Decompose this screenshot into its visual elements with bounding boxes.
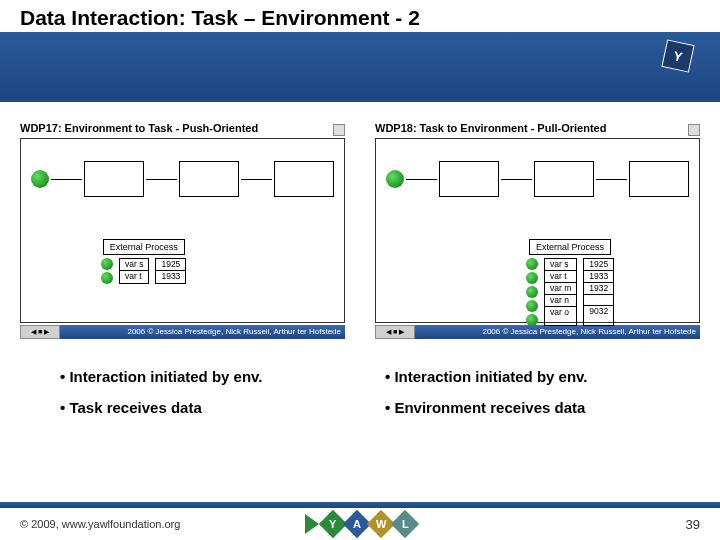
diagram-wdp17: External Process var s var t 1925 1933 — [20, 138, 345, 323]
var-value: 1932 — [584, 282, 613, 294]
external-process-label: External Process — [103, 239, 185, 255]
credit-text: 2006 © Jessica Prestedge, Nick Russell, … — [60, 325, 345, 339]
var-dot-icon — [526, 314, 538, 326]
var-value: 1925 — [584, 259, 613, 270]
external-process-label: External Process — [529, 239, 611, 255]
diagram-area: WDP17: Environment to Task - Push-Orient… — [0, 102, 720, 340]
page-number: 39 — [686, 517, 700, 532]
var-name: var s — [120, 259, 148, 270]
var-value — [584, 294, 613, 305]
var-name: var m — [545, 282, 576, 294]
start-node-icon — [386, 170, 404, 188]
var-name: var s — [545, 259, 576, 270]
var-dot-icon — [526, 258, 538, 270]
corner-decor — [688, 124, 700, 136]
var-value: 1933 — [584, 270, 613, 282]
var-value: 1925 — [156, 259, 185, 270]
left-panel: WDP17: Environment to Task - Push-Orient… — [20, 122, 345, 340]
start-node-icon — [31, 170, 49, 188]
panel-heading: WDP17: Environment to Task - Push-Orient… — [20, 122, 258, 134]
var-value: 9032 — [584, 305, 613, 317]
task-box — [84, 161, 144, 197]
corner-logo: Y — [664, 42, 700, 78]
playback-controls[interactable]: ◀ ■ ▶ — [20, 325, 60, 339]
yawl-logo: Y A W L — [305, 514, 415, 534]
panel-heading: WDP18: Task to Environment - Pull-Orient… — [375, 122, 606, 134]
task-box — [179, 161, 239, 197]
var-dot-icon — [526, 272, 538, 284]
corner-decor — [333, 124, 345, 136]
right-panel: WDP18: Task to Environment - Pull-Orient… — [375, 122, 700, 340]
bullet-point: Interaction initiated by env. — [385, 368, 680, 385]
var-dot-icon — [526, 300, 538, 312]
var-dot-icon — [101, 258, 113, 270]
var-name: var n — [545, 294, 576, 306]
var-value: 1933 — [156, 270, 185, 282]
footer: © 2009, www.yawlfoundation.org Y A W L 3… — [0, 508, 720, 540]
task-box — [629, 161, 689, 197]
bullet-point: Task receives data — [60, 399, 355, 416]
copyright-text: © 2009, www.yawlfoundation.org — [20, 518, 180, 530]
bullet-point: Interaction initiated by env. — [60, 368, 355, 385]
credit-text: 2006 © Jessica Prestedge, Nick Russell, … — [415, 325, 700, 339]
header-bar: Y — [0, 32, 720, 102]
bullet-point: Environment receives data — [385, 399, 680, 416]
bullet-summary: Interaction initiated by env. Task recei… — [0, 340, 720, 430]
var-name: var t — [545, 270, 576, 282]
page-title: Data Interaction: Task – Environment - 2 — [20, 6, 700, 30]
variable-table: var s var t var m var n var o 1925 1933 … — [526, 258, 614, 326]
var-dot-icon — [526, 286, 538, 298]
task-box — [439, 161, 499, 197]
diagram-wdp18: External Process var s var t var m var n — [375, 138, 700, 323]
variable-table: var s var t 1925 1933 — [101, 258, 186, 284]
play-icon — [305, 514, 319, 534]
task-box — [534, 161, 594, 197]
var-dot-icon — [101, 272, 113, 284]
playback-controls[interactable]: ◀ ■ ▶ — [375, 325, 415, 339]
var-name: var t — [120, 270, 148, 282]
task-box — [274, 161, 334, 197]
var-name: var o — [545, 306, 576, 318]
